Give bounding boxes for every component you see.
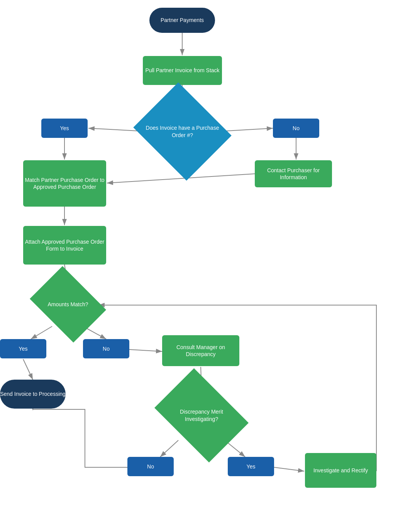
node-yes-1: Yes: [41, 119, 88, 138]
node-consult-manager: Consult Manager on Discrepancy: [162, 335, 239, 366]
flowchart: Partner Payments Pull Partner Invoice fr…: [0, 0, 420, 526]
node-discrepancy-merit: Discrepancy Merit Investigating?: [154, 368, 249, 463]
node-contact-purchaser: Contact Purchaser for Information: [255, 160, 332, 187]
svg-line-14: [129, 350, 162, 351]
node-partner-payments: Partner Payments: [149, 8, 215, 33]
node-send-processing: Send Invoice to Processing: [0, 380, 66, 409]
node-no-2: No: [83, 339, 129, 358]
node-attach-po: Attach Approved Purchase Order Form to I…: [23, 226, 106, 265]
node-investigate-rectify: Investigate and Rectify: [305, 453, 376, 488]
node-pull-invoice: Pull Partner Invoice from Stack: [143, 56, 222, 85]
svg-line-18: [274, 467, 304, 471]
svg-line-5: [220, 128, 273, 131]
node-no-3: No: [127, 457, 174, 476]
node-yes-3: Yes: [228, 457, 274, 476]
svg-line-11: [31, 326, 52, 339]
node-yes-2: Yes: [0, 339, 46, 358]
node-no-1: No: [273, 119, 319, 138]
node-match-po: Match Partner Purchase Order to Approved…: [23, 160, 106, 207]
node-diamond-po: Does Invoice have a Purchase Order #?: [133, 82, 232, 181]
svg-line-13: [23, 359, 33, 380]
node-amounts-match: Amounts Match?: [30, 266, 106, 343]
